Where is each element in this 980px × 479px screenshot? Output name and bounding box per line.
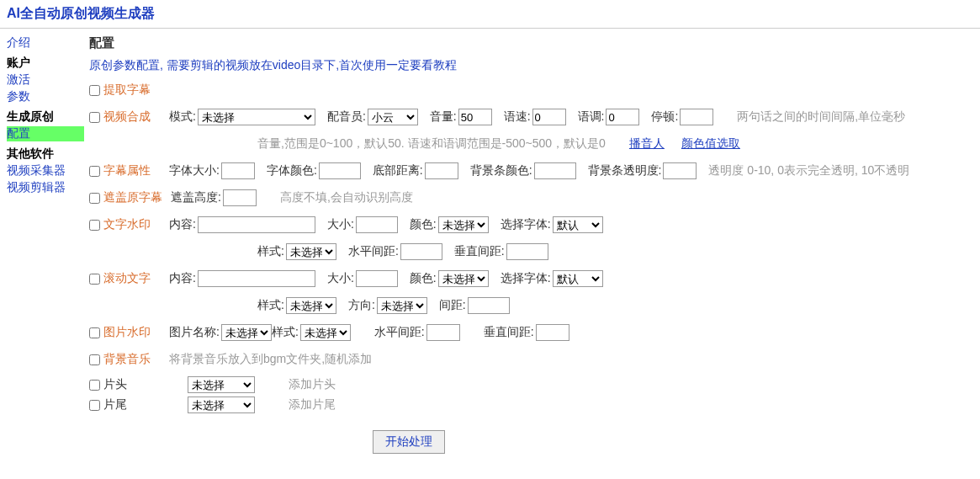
mode-select[interactable]: 未选择 — [198, 109, 315, 125]
bg-color-input[interactable] — [534, 162, 576, 179]
cover-height-note: 高度不填,会自动识别高度 — [280, 190, 413, 205]
announcer-link[interactable]: 播音人 — [629, 136, 665, 152]
scroll-text-label: 滚动文字 — [103, 271, 161, 286]
cover-height-label: 遮盖高度: — [171, 190, 221, 205]
content-panel: 配置 原创参数配置, 需要剪辑的视频放在video目录下,首次使用一定要看教程 … — [84, 29, 980, 454]
page-title: 配置 — [89, 35, 980, 51]
text-watermark-checkbox[interactable] — [89, 220, 100, 231]
iwm-style-label: 样式: — [272, 325, 299, 340]
extract-subtitle-checkbox[interactable] — [89, 85, 100, 96]
bottom-dist-input[interactable] — [425, 162, 458, 179]
pause-label: 停顿: — [651, 109, 678, 125]
twm-hspacing-label: 水平间距: — [348, 244, 399, 259]
bg-alpha-label: 背景条透明度: — [588, 163, 662, 178]
image-watermark-checkbox[interactable] — [89, 327, 100, 338]
tail-checkbox[interactable] — [89, 400, 100, 411]
subtitle-attr-checkbox[interactable] — [89, 166, 100, 177]
st-dir-select[interactable]: 未选择 — [377, 297, 427, 314]
image-watermark-label: 图片水印 — [103, 325, 161, 340]
st-content-label: 内容: — [169, 271, 196, 286]
alpha-note: 透明度 0-10, 0表示完全透明, 10不透明 — [708, 163, 909, 178]
twm-vspacing-input[interactable] — [506, 243, 548, 260]
twm-style-select[interactable]: 未选择 — [286, 243, 336, 260]
twm-size-label: 大小: — [327, 217, 354, 232]
nav-activate[interactable]: 激活 — [7, 72, 84, 88]
tail-label: 片尾 — [103, 397, 162, 412]
bgm-label: 背景音乐 — [103, 352, 161, 367]
video-synthesis-checkbox[interactable] — [89, 112, 100, 123]
scroll-text-checkbox[interactable] — [89, 274, 100, 285]
head-select[interactable]: 未选择 — [188, 376, 255, 393]
nav-params[interactable]: 参数 — [7, 89, 84, 104]
st-font-label: 选择字体: — [501, 271, 551, 286]
voicer-label: 配音员: — [327, 109, 366, 125]
st-size-input[interactable] — [356, 270, 398, 287]
bottom-dist-label: 底部距离: — [373, 163, 423, 178]
st-size-label: 大小: — [327, 271, 354, 286]
speed-input[interactable] — [532, 109, 566, 125]
speed-label: 语速: — [504, 109, 531, 125]
volume-input[interactable] — [458, 109, 492, 125]
font-color-input[interactable] — [319, 162, 361, 179]
nav-editor[interactable]: 视频剪辑器 — [7, 180, 84, 195]
nav-config[interactable]: 配置 — [7, 126, 84, 141]
subtitle-attr-label: 字幕属性 — [103, 163, 161, 178]
twm-size-input[interactable] — [356, 216, 398, 233]
iwm-name-label: 图片名称: — [169, 325, 220, 340]
voicer-select[interactable]: 小云 — [368, 109, 418, 125]
st-spacing-input[interactable] — [468, 297, 510, 314]
color-picker-link[interactable]: 颜色值选取 — [681, 136, 740, 152]
twm-style-label: 样式: — [257, 244, 284, 259]
twm-content-label: 内容: — [169, 217, 196, 232]
tone-input[interactable] — [606, 109, 639, 125]
bg-alpha-input[interactable] — [663, 162, 697, 179]
cover-height-input[interactable] — [223, 189, 257, 206]
st-dir-label: 方向: — [348, 298, 375, 313]
mode-label: 模式: — [169, 109, 196, 125]
pause-note: 两句话之间的时间间隔,单位毫秒 — [737, 109, 905, 125]
config-hint: 原创参数配置, 需要剪辑的视频放在video目录下,首次使用一定要看教程 — [89, 58, 980, 73]
bgm-note: 将背景音乐放入到bgm文件夹,随机添加 — [169, 352, 372, 367]
head-label: 片头 — [103, 377, 162, 392]
video-synthesis-label: 视频合成 — [103, 109, 161, 125]
st-style-label: 样式: — [257, 298, 284, 313]
tone-label: 语调: — [578, 109, 605, 125]
synthesis-sub-hint: 音量,范围是0~100，默认50. 语速和语调范围是-500~500，默认是0 — [257, 136, 606, 152]
nav-intro[interactable]: 介绍 — [7, 35, 84, 51]
app-header: AI全自动原创视频生成器 — [0, 0, 980, 29]
tail-select[interactable]: 未选择 — [188, 397, 255, 413]
nav-group-other: 其他软件 — [7, 146, 84, 162]
cover-subtitle-label: 遮盖原字幕 — [103, 190, 162, 205]
app-title: AI全自动原创视频生成器 — [7, 5, 973, 23]
extract-subtitle-label: 提取字幕 — [103, 82, 161, 98]
twm-hspacing-input[interactable] — [400, 243, 442, 260]
head-checkbox[interactable] — [89, 380, 100, 391]
cover-subtitle-checkbox[interactable] — [89, 193, 100, 204]
nav-group-account: 账户 — [7, 56, 84, 71]
st-style-select[interactable]: 未选择 — [286, 297, 336, 314]
bgm-checkbox[interactable] — [89, 354, 100, 365]
tail-note: 添加片尾 — [289, 397, 336, 412]
twm-vspacing-label: 垂直间距: — [454, 244, 505, 259]
sidebar: 介绍 账户 激活 参数 生成原创 配置 其他软件 视频采集器 视频剪辑器 — [0, 29, 84, 454]
font-size-label: 字体大小: — [169, 163, 220, 178]
twm-color-select[interactable]: 未选择 — [438, 216, 489, 233]
st-spacing-label: 间距: — [439, 298, 466, 313]
iwm-vspacing-label: 垂直间距: — [484, 325, 534, 340]
iwm-style-select[interactable]: 未选择 — [300, 324, 351, 341]
pause-input[interactable] — [680, 109, 713, 125]
nav-collector[interactable]: 视频采集器 — [7, 163, 84, 178]
font-size-input[interactable] — [221, 162, 255, 179]
iwm-name-select[interactable]: 未选择 — [221, 324, 272, 341]
iwm-vspacing-input[interactable] — [536, 324, 569, 341]
bg-color-label: 背景条颜色: — [470, 163, 532, 178]
font-color-label: 字体颜色: — [267, 163, 317, 178]
start-process-button[interactable]: 开始处理 — [373, 430, 445, 454]
twm-font-select[interactable]: 默认 — [553, 216, 603, 233]
st-color-select[interactable]: 未选择 — [438, 270, 489, 287]
twm-font-label: 选择字体: — [501, 217, 551, 232]
st-content-input[interactable] — [198, 270, 315, 287]
st-font-select[interactable]: 默认 — [553, 270, 603, 287]
iwm-hspacing-input[interactable] — [426, 324, 460, 341]
twm-content-input[interactable] — [198, 216, 315, 233]
